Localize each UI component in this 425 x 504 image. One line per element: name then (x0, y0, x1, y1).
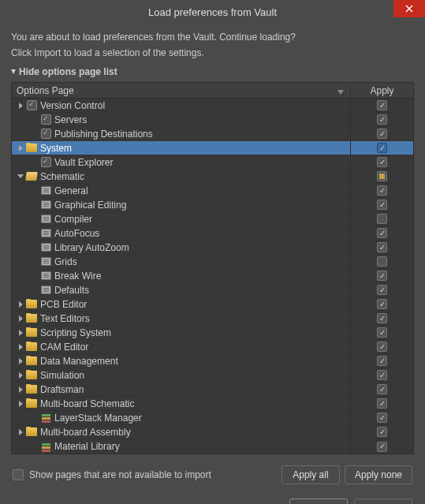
table-row[interactable]: System (12, 141, 413, 155)
apply-checkbox[interactable] (377, 327, 387, 338)
row-name-cell: Servers (12, 114, 350, 125)
expand-spacer (31, 130, 39, 138)
apply-checkbox[interactable] (377, 129, 387, 139)
expand-icon[interactable] (17, 315, 24, 323)
expand-icon[interactable] (17, 301, 24, 308)
apply-checkbox[interactable] (377, 228, 387, 238)
row-name-cell: Compiler (12, 214, 350, 225)
expand-icon[interactable] (17, 386, 24, 394)
table-row[interactable]: Text Editors (12, 312, 413, 326)
folder-icon (26, 385, 37, 394)
table-row[interactable]: Draftsman (12, 383, 413, 397)
row-label: LayerStack Manager (54, 413, 142, 424)
table-row[interactable]: LayerStack Manager (12, 411, 413, 425)
table-row[interactable]: Compiler (12, 212, 413, 226)
footer-row-1: Show pages that are not available to imp… (11, 465, 414, 484)
apply-checkbox[interactable] (377, 370, 387, 380)
apply-checkbox[interactable] (377, 356, 387, 366)
close-icon (405, 5, 413, 13)
row-label: Break Wire (54, 271, 101, 282)
row-apply-cell (350, 269, 413, 282)
expand-icon[interactable] (17, 173, 24, 181)
apply-checkbox[interactable] (377, 100, 387, 110)
table-row[interactable]: Defaults (12, 283, 413, 297)
row-name-cell: Multi-board Schematic (12, 398, 350, 409)
apply-checkbox[interactable] (377, 114, 387, 125)
apply-checkbox[interactable] (377, 214, 387, 224)
apply-checkbox[interactable] (377, 171, 387, 181)
expand-icon[interactable] (17, 329, 24, 337)
apply-checkbox[interactable] (377, 413, 387, 423)
table-row[interactable]: Schematic (12, 170, 413, 184)
row-label: General (54, 185, 88, 196)
table-row[interactable]: Scripting System (12, 326, 413, 340)
apply-checkbox[interactable] (377, 256, 387, 267)
apply-checkbox[interactable] (377, 442, 387, 452)
apply-none-button[interactable]: Apply none (345, 465, 412, 484)
table-row[interactable]: Graphical Editing (12, 198, 413, 212)
table-row[interactable]: AutoFocus (12, 226, 413, 241)
column-header-apply[interactable]: Apply (350, 85, 413, 96)
apply-checkbox[interactable] (377, 427, 387, 437)
expand-icon[interactable] (17, 343, 24, 351)
apply-checkbox[interactable] (377, 143, 387, 153)
apply-checkbox[interactable] (377, 200, 387, 210)
apply-checkbox[interactable] (377, 342, 387, 352)
table-row[interactable]: Version Control (12, 99, 413, 113)
row-apply-cell (350, 354, 413, 368)
row-label: Compiler (54, 214, 92, 225)
table-row[interactable]: Break Wire (12, 269, 413, 283)
expand-icon[interactable] (17, 428, 24, 436)
row-apply-cell (350, 212, 413, 226)
cancel-button[interactable]: Cancel (354, 498, 412, 504)
apply-all-button[interactable]: Apply all (281, 465, 340, 484)
dialog-title: Load preferences from Vault (148, 6, 277, 18)
row-label: Vault Explorer (54, 157, 113, 168)
folder-icon (26, 357, 37, 366)
table-row[interactable]: General (12, 184, 413, 198)
row-name-cell: System (12, 143, 350, 154)
row-name-cell: Defaults (12, 285, 350, 296)
expand-icon[interactable] (17, 102, 24, 110)
apply-checkbox[interactable] (377, 185, 387, 196)
show-unavailable-checkbox[interactable]: Show pages that are not available to imp… (13, 469, 277, 480)
toggle-options-list[interactable]: Hide options page list (11, 66, 117, 77)
close-button[interactable] (393, 0, 425, 17)
table-row[interactable]: Vault Explorer (12, 155, 413, 170)
expand-icon[interactable] (17, 144, 24, 152)
table-row[interactable]: Publishing Destinations (12, 127, 413, 141)
page-icon (40, 215, 51, 224)
expand-icon[interactable] (17, 371, 24, 379)
gear-icon (40, 129, 51, 139)
row-apply-cell (350, 283, 413, 297)
apply-checkbox[interactable] (377, 398, 387, 409)
table-row[interactable]: PCB Editor (12, 297, 413, 312)
apply-checkbox[interactable] (377, 384, 387, 394)
table-row[interactable]: Grids (12, 255, 413, 269)
expand-icon[interactable] (17, 400, 24, 408)
apply-checkbox[interactable] (377, 271, 387, 281)
page-icon (40, 257, 51, 267)
folder-icon (26, 399, 37, 409)
apply-checkbox[interactable] (377, 313, 387, 323)
table-row[interactable]: Multi-board Schematic (12, 397, 413, 411)
table-row[interactable]: Multi-board Assembly (12, 425, 413, 439)
table-row[interactable]: Library AutoZoom (12, 241, 413, 255)
table-row[interactable]: Servers (12, 113, 413, 127)
row-apply-cell (350, 127, 413, 140)
table-row[interactable]: CAM Editor (12, 340, 413, 354)
row-name-cell: Material Library (12, 441, 350, 452)
apply-checkbox[interactable] (377, 285, 387, 295)
row-label: Servers (54, 114, 87, 125)
column-header-name[interactable]: Options Page (12, 85, 350, 96)
table-row[interactable]: Material Library (12, 439, 413, 454)
apply-checkbox[interactable] (377, 242, 387, 252)
expand-icon[interactable] (17, 357, 24, 365)
apply-checkbox[interactable] (377, 157, 387, 167)
row-apply-cell (350, 297, 413, 311)
import-button[interactable]: Import (289, 498, 348, 504)
table-row[interactable]: Simulation (12, 368, 413, 383)
table-row[interactable]: Data Management (12, 354, 413, 368)
page-icon (40, 243, 51, 252)
apply-checkbox[interactable] (377, 299, 387, 309)
